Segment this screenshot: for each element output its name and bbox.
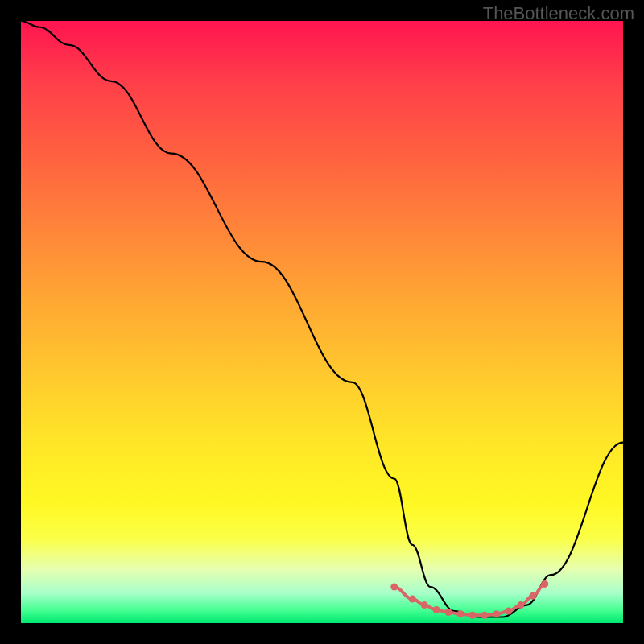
watermark-text: TheBottleneck.com (483, 3, 634, 24)
highlight-point (390, 584, 398, 591)
highlight-point (469, 612, 477, 619)
highlight-point (433, 606, 440, 613)
chart-svg (21, 21, 623, 623)
highlight-point (517, 601, 524, 609)
highlight-point (445, 609, 452, 616)
highlight-point (481, 612, 488, 619)
highlight-point (493, 610, 500, 617)
chart-container: TheBottleneck.com (0, 0, 644, 644)
highlight-point (505, 608, 512, 615)
highlight-point (409, 596, 416, 603)
highlight-point (457, 610, 464, 617)
highlight-point (541, 580, 548, 588)
highlight-point (529, 592, 536, 600)
highlight-points-group (390, 580, 548, 619)
highlight-point (421, 601, 428, 609)
bottleneck-curve-line (21, 21, 623, 617)
highlight-segment-line (394, 584, 545, 615)
plot-area (21, 21, 623, 623)
